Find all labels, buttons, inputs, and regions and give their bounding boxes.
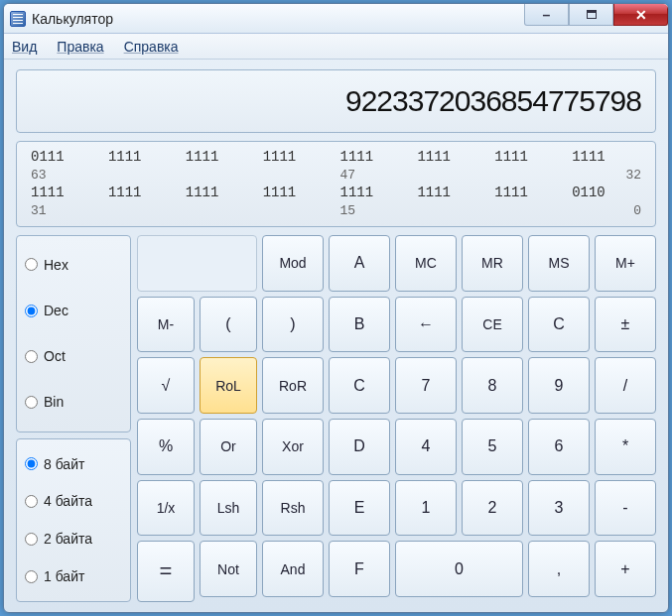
add-button[interactable]: + — [595, 541, 656, 597]
bit-group: 1111 — [336, 184, 414, 202]
bit-group: 1111 — [568, 148, 645, 167]
close-button[interactable]: ✕ — [613, 4, 668, 26]
radio-bin[interactable]: Bin — [25, 394, 122, 410]
ce-button[interactable]: CE — [462, 297, 523, 353]
result-display: 9223372036854775798 — [16, 69, 656, 133]
bit-group: 1111 — [490, 148, 568, 167]
bit-group: 1111 — [182, 184, 259, 202]
maximize-button[interactable] — [569, 4, 613, 26]
percent-button[interactable]: % — [137, 419, 195, 475]
bit-label: 31 — [27, 202, 104, 220]
bit-display: 0111 1111 1111 1111 1111 1111 1111 1111 … — [16, 141, 656, 227]
radio-dec[interactable]: Dec — [25, 303, 122, 318]
bit-group: 1111 — [259, 184, 336, 202]
and-button[interactable]: And — [262, 541, 324, 597]
menubar: Вид Правка Справка — [4, 34, 668, 60]
bit-group: 1111 — [104, 184, 182, 202]
minimize-button[interactable]: – — [524, 4, 569, 26]
calculator-window: Калькулятор – ✕ Вид Правка Справка 92233… — [3, 3, 669, 613]
bit-group: 1111 — [413, 184, 490, 202]
digit-6-button[interactable]: 6 — [528, 419, 590, 475]
digit-1-button[interactable]: 1 — [395, 480, 457, 537]
digit-2-button[interactable]: 2 — [462, 480, 523, 537]
bit-label: 32 — [568, 167, 645, 185]
decimal-button[interactable]: , — [528, 541, 590, 597]
ms-button[interactable]: MS — [528, 235, 590, 292]
mc-button[interactable]: MC — [395, 235, 457, 292]
c-button[interactable]: C — [528, 297, 590, 353]
radio-oct[interactable]: Oct — [25, 348, 122, 364]
bit-label: 47 — [336, 167, 414, 185]
multiply-button[interactable]: * — [595, 419, 656, 475]
radio-4byte[interactable]: 4 байта — [25, 493, 122, 509]
sqrt-button[interactable]: √ — [137, 357, 195, 414]
mminus-button[interactable]: M- — [137, 297, 195, 353]
bit-group: 1111 — [490, 184, 568, 202]
menu-edit[interactable]: Правка — [57, 39, 103, 55]
bit-group: 1111 — [413, 148, 490, 167]
digit-3-button[interactable]: 3 — [528, 480, 590, 537]
mod-button[interactable]: Mod — [262, 235, 324, 292]
menu-view[interactable]: Вид — [12, 39, 37, 55]
bit-group: 1111 — [104, 148, 182, 167]
blank — [137, 235, 257, 292]
ror-button[interactable]: RoR — [262, 357, 324, 414]
f-button[interactable]: F — [329, 541, 390, 597]
b-button[interactable]: B — [329, 297, 390, 353]
radio-2byte[interactable]: 2 байта — [25, 531, 122, 547]
digit-7-button[interactable]: 7 — [395, 357, 457, 414]
reciprocal-button[interactable]: 1/x — [137, 480, 195, 537]
rsh-button[interactable]: Rsh — [262, 480, 324, 537]
result-value: 9223372036854775798 — [345, 84, 641, 118]
rol-button[interactable]: RoL — [200, 357, 257, 414]
window-controls: – ✕ — [524, 4, 668, 26]
c-hex-button[interactable]: C — [329, 357, 390, 414]
digit-8-button[interactable]: 8 — [462, 357, 523, 414]
bit-group: 0110 — [568, 184, 645, 202]
left-column: Hex Dec Oct Bin 8 байт 4 байта 2 байта 1… — [16, 235, 131, 602]
equals-button[interactable]: = — [137, 541, 195, 602]
not-button[interactable]: Not — [200, 541, 257, 597]
digit-0-button[interactable]: 0 — [395, 541, 523, 597]
digit-4-button[interactable]: 4 — [395, 419, 457, 475]
digit-9-button[interactable]: 9 — [528, 357, 590, 414]
backspace-button[interactable]: ← — [395, 297, 457, 353]
bit-label: 63 — [27, 167, 104, 185]
bit-group: 1111 — [27, 184, 104, 202]
or-button[interactable]: Or — [200, 419, 257, 475]
bit-group: 1111 — [336, 148, 414, 167]
rparen-button[interactable]: ) — [262, 297, 324, 353]
mplus-button[interactable]: M+ — [595, 235, 656, 292]
e-button[interactable]: E — [329, 480, 390, 537]
main-panel: Hex Dec Oct Bin 8 байт 4 байта 2 байта 1… — [16, 235, 656, 602]
maximize-icon — [587, 10, 597, 19]
digit-5-button[interactable]: 5 — [462, 419, 523, 475]
lsh-button[interactable]: Lsh — [200, 480, 257, 537]
xor-button[interactable]: Xor — [262, 419, 324, 475]
number-base-group: Hex Dec Oct Bin — [16, 235, 131, 432]
window-title: Калькулятор — [32, 11, 524, 27]
menu-help[interactable]: Справка — [124, 39, 179, 55]
bit-group: 0111 — [27, 148, 104, 167]
divide-button[interactable]: / — [595, 357, 656, 414]
bit-label: 15 — [336, 202, 414, 220]
app-icon — [10, 11, 26, 27]
plusminus-button[interactable]: ± — [595, 297, 656, 353]
bit-group: 1111 — [182, 148, 259, 167]
a-button[interactable]: A — [329, 235, 390, 292]
titlebar[interactable]: Калькулятор – ✕ — [4, 4, 668, 34]
word-size-group: 8 байт 4 байта 2 байта 1 байт — [16, 438, 131, 602]
subtract-button[interactable]: - — [595, 480, 656, 537]
radio-8byte[interactable]: 8 байт — [25, 456, 122, 472]
lparen-button[interactable]: ( — [200, 297, 257, 353]
bit-label: 0 — [568, 202, 645, 220]
d-button[interactable]: D — [329, 419, 390, 475]
bit-group: 1111 — [259, 148, 336, 167]
radio-hex[interactable]: Hex — [25, 257, 122, 273]
radio-1byte[interactable]: 1 байт — [25, 568, 122, 584]
client-area: 9223372036854775798 0111 1111 1111 1111 … — [4, 60, 668, 612]
mr-button[interactable]: MR — [462, 235, 523, 292]
keypad: ModAMCMRMSM+M-()B←CEC±√RoLRoRC789/%OrXor… — [137, 235, 656, 602]
